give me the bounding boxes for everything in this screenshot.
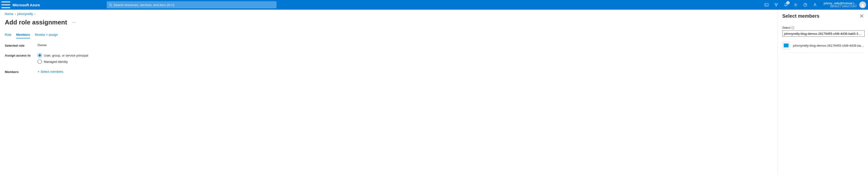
select-members-link[interactable]: + Select members [37,70,63,73]
assign-access-label: Assign access to [5,53,37,57]
result-list: johnnyreilly-blog-demos-26178455-cfd9-4d… [782,41,865,53]
svg-point-5 [862,3,864,5]
notification-badge: 2 [786,1,789,4]
top-header: Microsoft Azure 2 johnny_reilly@hotmail.… [0,0,868,10]
tab-role[interactable]: Role [5,32,11,38]
radio-button-icon [37,60,42,64]
selected-role-label: Selected role [5,43,37,47]
main-content: Home › johnnyreilly › Add role assignmen… [0,10,777,175]
breadcrumb-item[interactable]: johnnyreilly [17,12,33,16]
tab-review-assign[interactable]: Review + assign [35,32,58,38]
account-menu[interactable]: johnny_reilly@hotmail.c... DEFAULT DIREC… [820,1,868,8]
hamburger-menu-button[interactable] [0,0,11,10]
radio-button-icon [37,53,42,58]
cloud-shell-icon [765,3,769,7]
chevron-right-icon: › [15,12,16,16]
result-name: johnnyreilly-blog-demos-26178455-cfd9-4d… [793,44,865,47]
radio-label: Managed identity [44,60,68,64]
close-icon [860,14,863,18]
directories-button[interactable] [771,0,781,10]
radio-managed-identity[interactable]: Managed identity [37,60,88,64]
filter-icon [774,3,778,7]
notifications-button[interactable]: 2 [781,0,791,10]
header-icons: 2 johnny_reilly@hotmail.c... DEFAULT DIR… [762,0,868,10]
help-icon [803,3,807,7]
info-icon[interactable]: i [791,26,794,29]
close-panel-button[interactable] [859,13,865,19]
select-field-label: Select i [782,26,865,30]
account-email: johnny_reilly@hotmail.c... [824,2,857,5]
tab-members[interactable]: Members [16,32,30,38]
breadcrumb: Home › johnnyreilly › [5,12,772,16]
svg-point-0 [109,4,111,6]
more-actions-button[interactable]: ··· [72,20,76,25]
avatar [859,1,866,8]
cloud-shell-button[interactable] [762,0,771,10]
breadcrumb-item[interactable]: Home [5,12,13,16]
svg-rect-1 [765,3,768,6]
service-principal-icon [782,42,790,49]
plus-icon: + [37,70,39,73]
tab-strip: Role Members Review + assign [5,32,772,38]
select-members-panel: Select members Select i johnnyreilly-blo… [777,10,868,175]
svg-point-4 [814,4,816,5]
chevron-right-icon: › [34,12,35,16]
select-members-input[interactable] [782,30,865,37]
radio-user-group[interactable]: User, group, or service principal [37,53,88,58]
gear-icon [794,3,798,7]
feedback-button[interactable] [810,0,820,10]
radio-label: User, group, or service principal [44,54,88,57]
panel-title: Select members [782,13,819,19]
global-search-box[interactable] [107,1,276,8]
hamburger-icon [0,0,11,11]
result-item[interactable]: johnnyreilly-blog-demos-26178455-cfd9-4d… [782,41,865,50]
feedback-icon [813,3,817,7]
search-icon [109,3,112,6]
svg-point-2 [795,4,796,5]
brand-label[interactable]: Microsoft Azure [11,3,44,7]
help-button[interactable] [800,0,810,10]
global-search-input[interactable] [112,3,274,7]
selected-role-value: Owner [37,43,47,47]
page-title: Add role assignment [5,19,67,26]
account-directory: DEFAULT DIRECTORY [830,5,857,8]
members-label: Members [5,70,37,74]
settings-button[interactable] [791,0,800,10]
